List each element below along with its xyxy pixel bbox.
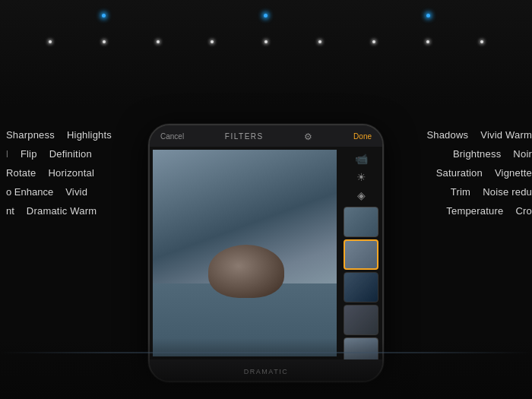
label-rotate: Rotate <box>6 167 36 179</box>
light-row-bottom <box>0 17 532 43</box>
label-vivid: Vivid <box>65 186 87 198</box>
label-dramatic-warm: Dramatic Warm <box>27 205 97 217</box>
phone-frame: Cancel FILTERS ⚙ Done 📹 <box>148 124 384 382</box>
video-icon: 📹 <box>355 153 368 165</box>
done-button[interactable]: Done <box>353 132 372 141</box>
label-row-rotate: Rotate Horizontal <box>6 167 141 179</box>
label-temperature: Temperature <box>446 205 503 217</box>
label-row-sharpness: Sharpness Highlights <box>6 129 141 141</box>
label-vignette: Vignette <box>495 167 532 179</box>
filter-name-label: DRAMATIC <box>244 368 288 375</box>
phone-topbar: Cancel FILTERS ⚙ Done <box>150 125 382 147</box>
photo-area <box>153 150 337 356</box>
label-nt: nt <box>6 205 14 217</box>
label-saturation: Saturation <box>436 167 483 179</box>
light-dot-white <box>157 40 160 43</box>
phone-mockup: Cancel FILTERS ⚙ Done 📹 <box>148 124 384 382</box>
filter-thumb-4[interactable] <box>344 305 378 335</box>
label-horizontal: Horizontal <box>49 167 95 179</box>
label-crop: Cro <box>515 205 532 217</box>
label-auto-enhance: o Enhance <box>6 186 53 198</box>
label-l: l <box>6 148 8 160</box>
label-flip: Flip <box>21 148 37 160</box>
label-row-temperature: Temperature Cro <box>446 205 532 217</box>
photo-rock <box>208 245 284 298</box>
label-row-trim: Trim Noise redu <box>451 186 532 198</box>
labels-left: Sharpness Highlights l Flip Definition R… <box>0 106 141 399</box>
light-dot-white <box>103 40 106 43</box>
filter-icons: 📹 ☀ ◈ <box>355 150 368 204</box>
label-definition: Definition <box>49 148 92 160</box>
filter-strip[interactable]: 📹 ☀ ◈ <box>340 147 382 359</box>
settings-icon: ⚙ <box>304 131 312 142</box>
label-row-dramatic-warm: nt Dramatic Warm <box>6 205 141 217</box>
filters-title: FILTERS <box>225 132 264 141</box>
label-shadows: Shadows <box>426 129 468 141</box>
filter-thumb-2-selected[interactable] <box>344 239 378 270</box>
filter-thumb-5[interactable] <box>344 337 378 359</box>
cancel-button[interactable]: Cancel <box>160 132 184 141</box>
filter-thumb-1[interactable] <box>344 207 378 237</box>
light-dot-white <box>426 40 429 43</box>
label-row-brightness: Brightness Noir <box>453 148 532 160</box>
filter-thumb-3[interactable] <box>344 272 378 302</box>
photo-icon: ☀ <box>356 171 366 183</box>
photo-mock <box>153 150 337 356</box>
label-row-saturation: Saturation Vignette <box>436 167 532 179</box>
light-dot-white <box>49 40 52 43</box>
light-dot-white <box>264 40 268 43</box>
light-row-top <box>0 0 532 17</box>
phone-bottom: DRAMATIC <box>150 359 382 381</box>
main-content: Sharpness Highlights l Flip Definition R… <box>0 106 532 399</box>
filter-icon: ◈ <box>357 189 366 201</box>
label-vivid-warm: Vivid Warm <box>480 129 532 141</box>
phone-screen: 📹 ☀ ◈ <box>150 147 382 359</box>
label-noise-reduction: Noise redu <box>483 186 532 198</box>
label-trim: Trim <box>451 186 470 198</box>
label-highlights: Highlights <box>67 129 112 141</box>
label-brightness: Brightness <box>453 148 501 160</box>
light-dot-white <box>372 40 375 43</box>
labels-right: Shadows Vivid Warm Brightness Noir Satur… <box>391 106 532 399</box>
label-noir: Noir <box>513 148 532 160</box>
label-row-enhance: o Enhance Vivid <box>6 186 141 198</box>
label-sharpness: Sharpness <box>6 129 55 141</box>
light-dot-white <box>480 40 483 43</box>
label-row-shadows: Shadows Vivid Warm <box>426 129 532 141</box>
light-dot-white <box>318 40 321 43</box>
light-dot <box>426 14 430 17</box>
light-dot-white <box>211 40 214 43</box>
stage-lights <box>0 0 532 106</box>
label-row-definition: l Flip Definition <box>6 148 141 160</box>
stage-platform <box>0 352 532 353</box>
